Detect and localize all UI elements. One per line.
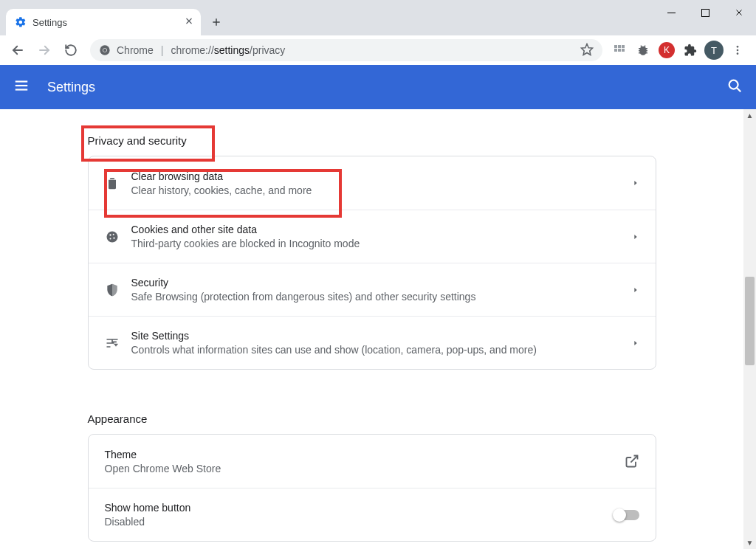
scroll-down-icon[interactable]: ▼ bbox=[743, 536, 756, 549]
extension-bug-icon[interactable] bbox=[633, 41, 653, 60]
open-external-icon bbox=[625, 454, 639, 469]
svg-rect-5 bbox=[701, 9, 709, 16]
row-sub: Disabled bbox=[105, 516, 614, 528]
row-title: Clear browsing data bbox=[131, 170, 632, 182]
svg-point-20 bbox=[737, 46, 739, 48]
search-icon[interactable] bbox=[726, 77, 743, 97]
svg-rect-16 bbox=[622, 45, 625, 48]
row-site-settings[interactable]: Site Settings Controls what information … bbox=[89, 316, 656, 369]
row-clear-browsing-data[interactable]: Clear browsing data Clear history, cooki… bbox=[89, 156, 656, 210]
chevron-right-icon bbox=[632, 283, 639, 297]
svg-rect-14 bbox=[614, 45, 617, 48]
toolbar: Chrome | chrome://settings/privacy K T bbox=[0, 35, 756, 65]
row-cookies[interactable]: Cookies and other site data Third-party … bbox=[89, 210, 656, 263]
svg-point-12 bbox=[103, 49, 106, 52]
omnibox-divider: | bbox=[161, 44, 164, 56]
scrollbar-thumb[interactable] bbox=[745, 277, 755, 365]
reload-button[interactable] bbox=[59, 38, 83, 62]
url: chrome://settings/privacy bbox=[171, 44, 285, 56]
window-minimize-button[interactable] bbox=[654, 0, 688, 25]
svg-rect-4 bbox=[667, 13, 676, 13]
row-security[interactable]: Security Safe Browsing (protection from … bbox=[89, 263, 656, 316]
chevron-right-icon bbox=[632, 176, 639, 190]
row-title: Theme bbox=[105, 449, 625, 460]
svg-point-32 bbox=[109, 238, 111, 239]
chrome-icon bbox=[99, 44, 111, 56]
row-sub: Open Chrome Web Store bbox=[105, 463, 625, 474]
row-title: Show home button bbox=[105, 502, 614, 514]
privacy-card: Clear browsing data Clear history, cooki… bbox=[88, 156, 656, 370]
profile-avatar[interactable]: T bbox=[704, 41, 724, 60]
address-bar[interactable]: Chrome | chrome://settings/privacy bbox=[90, 39, 602, 61]
window-close-button[interactable] bbox=[722, 0, 756, 25]
section-title-appearance: Appearance bbox=[88, 404, 656, 434]
tab-title: Settings bbox=[32, 17, 67, 28]
row-title: Security bbox=[131, 277, 632, 289]
window-maximize-button[interactable] bbox=[688, 0, 722, 25]
svg-line-27 bbox=[737, 88, 740, 92]
extensions-puzzle-icon[interactable] bbox=[681, 41, 700, 60]
extension-grid-icon[interactable] bbox=[610, 41, 629, 60]
gear-icon bbox=[15, 16, 27, 28]
svg-point-26 bbox=[729, 80, 738, 89]
chip-label: Chrome bbox=[117, 44, 154, 56]
chevron-right-icon bbox=[632, 230, 639, 244]
settings-header-title: Settings bbox=[47, 80, 95, 95]
svg-rect-17 bbox=[614, 49, 617, 52]
svg-point-31 bbox=[113, 237, 114, 238]
appearance-card: Theme Open Chrome Web Store Show home bu… bbox=[88, 434, 656, 542]
svg-rect-18 bbox=[618, 49, 621, 52]
row-title: Site Settings bbox=[131, 330, 632, 342]
scroll-up-icon[interactable]: ▲ bbox=[743, 109, 756, 122]
svg-rect-15 bbox=[618, 45, 621, 48]
row-sub: Clear history, cookies, cache, and more bbox=[131, 184, 632, 196]
row-sub: Third-party cookies are blocked in Incog… bbox=[131, 238, 632, 249]
row-sub: Controls what information sites can use … bbox=[131, 344, 632, 356]
svg-line-33 bbox=[630, 456, 637, 463]
row-sub: Safe Browsing (protection from dangerous… bbox=[131, 291, 632, 303]
close-icon[interactable] bbox=[185, 17, 193, 28]
svg-point-29 bbox=[109, 234, 111, 235]
row-home-button[interactable]: Show home button Disabled bbox=[89, 488, 656, 541]
window-titlebar: Settings bbox=[0, 0, 756, 35]
browser-tab[interactable]: Settings bbox=[6, 9, 201, 35]
forward-button[interactable] bbox=[32, 38, 56, 62]
svg-rect-19 bbox=[622, 49, 625, 52]
svg-point-28 bbox=[106, 231, 117, 242]
settings-header: Settings bbox=[0, 65, 756, 109]
vertical-scrollbar[interactable]: ▲ ▼ bbox=[743, 109, 756, 549]
trash-icon bbox=[105, 176, 131, 190]
menu-kebab-icon[interactable] bbox=[728, 41, 747, 60]
site-info-chip[interactable]: Chrome bbox=[99, 44, 154, 56]
section-title-privacy: Privacy and security bbox=[88, 125, 656, 156]
row-title: Cookies and other site data bbox=[131, 224, 632, 235]
svg-point-21 bbox=[737, 49, 739, 52]
svg-point-30 bbox=[112, 233, 114, 235]
row-theme[interactable]: Theme Open Chrome Web Store bbox=[89, 435, 656, 488]
cookie-icon bbox=[105, 229, 131, 244]
tune-icon bbox=[105, 336, 131, 351]
chevron-right-icon bbox=[632, 336, 639, 350]
hamburger-icon[interactable] bbox=[13, 77, 30, 97]
settings-content: Privacy and security Clear browsing data… bbox=[0, 109, 756, 549]
svg-point-22 bbox=[737, 52, 739, 55]
back-button[interactable] bbox=[6, 38, 30, 62]
new-tab-button[interactable] bbox=[211, 9, 221, 35]
bookmark-star-icon[interactable] bbox=[580, 43, 594, 58]
svg-marker-13 bbox=[582, 44, 593, 55]
shield-icon bbox=[105, 283, 131, 297]
extension-k-badge[interactable]: K bbox=[657, 41, 676, 60]
window-controls bbox=[654, 0, 756, 25]
toggle-off[interactable] bbox=[614, 510, 639, 520]
